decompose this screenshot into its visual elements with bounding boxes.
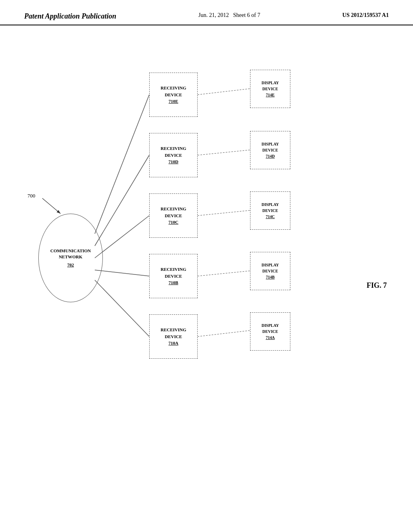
display-device-B-number: 714B [266, 274, 275, 280]
display-device-D-label: DISPLAYDEVICE [262, 141, 279, 153]
svg-line-9 [198, 271, 250, 276]
network-label: COMMUNICATIONNETWORK [50, 248, 91, 260]
communication-network-node: COMMUNICATIONNETWORK 702 [38, 214, 103, 302]
patent-number: US 2012/159537 A1 [342, 12, 389, 19]
display-device-A-number: 714A [266, 335, 275, 341]
receiving-device-E: RECEIVINGDEVICE 710E [149, 73, 198, 117]
receiving-device-B-number: 710B [169, 279, 178, 286]
receiving-device-E-number: 710E [169, 98, 178, 105]
figure-label: FIG. 7 [367, 281, 387, 290]
receiving-device-D-label: RECEIVINGDEVICE [161, 145, 186, 158]
display-device-D: DISPLAYDEVICE 714D [250, 131, 290, 169]
receiving-device-A: RECEIVINGDEVICE 710A [149, 314, 198, 359]
receiving-device-A-number: 710A [169, 340, 178, 347]
svg-line-11 [42, 198, 60, 214]
receiving-device-D: RECEIVINGDEVICE 710D [149, 133, 198, 177]
svg-line-7 [198, 150, 250, 155]
receiving-device-D-number: 710D [169, 158, 178, 165]
svg-line-1 [95, 95, 149, 234]
receiving-device-E-label: RECEIVINGDEVICE [161, 85, 186, 98]
receiving-device-B: RECEIVINGDEVICE 710B [149, 254, 198, 298]
publication-date: Jun. 21, 2012 [198, 12, 229, 18]
svg-line-8 [198, 210, 250, 216]
receiving-device-C: RECEIVINGDEVICE 710C [149, 193, 198, 238]
receiving-device-B-label: RECEIVINGDEVICE [161, 266, 186, 279]
display-device-A-label: DISPLAYDEVICE [262, 322, 279, 335]
display-device-D-number: 714D [266, 153, 275, 159]
receiving-device-A-label: RECEIVINGDEVICE [161, 326, 186, 340]
patent-diagram: 700 COMMUNICATIONNETWORK 702 RECEIVINGDE… [0, 40, 413, 524]
display-device-C-number: 714C [266, 214, 275, 220]
display-device-A: DISPLAYDEVICE 714A [250, 312, 290, 351]
svg-line-6 [198, 89, 250, 95]
svg-line-4 [95, 270, 149, 276]
receiving-device-C-number: 710C [169, 219, 178, 226]
page-header: Patent Application Publication Jun. 21, … [0, 0, 413, 25]
header-center: Jun. 21, 2012 Sheet 6 of 7 [198, 12, 260, 19]
network-number: 702 [67, 262, 74, 268]
svg-line-10 [198, 330, 250, 337]
display-device-B: DISPLAYDEVICE 714B [250, 252, 290, 290]
ref-700-label: 700 [27, 193, 35, 199]
display-device-E: DISPLAYDEVICE 714E [250, 70, 290, 108]
receiving-device-C-label: RECEIVINGDEVICE [161, 206, 186, 219]
display-device-E-number: 714E [266, 92, 275, 98]
display-device-B-label: DISPLAYDEVICE [262, 262, 279, 274]
svg-line-2 [95, 155, 149, 246]
publication-title: Patent Application Publication [24, 12, 116, 21]
sheet-info: Sheet 6 of 7 [233, 12, 260, 18]
svg-line-5 [95, 280, 149, 337]
display-device-E-label: DISPLAYDEVICE [262, 80, 279, 92]
display-device-C: DISPLAYDEVICE 714C [250, 191, 290, 230]
display-device-C-label: DISPLAYDEVICE [262, 202, 279, 214]
svg-line-3 [95, 216, 149, 258]
